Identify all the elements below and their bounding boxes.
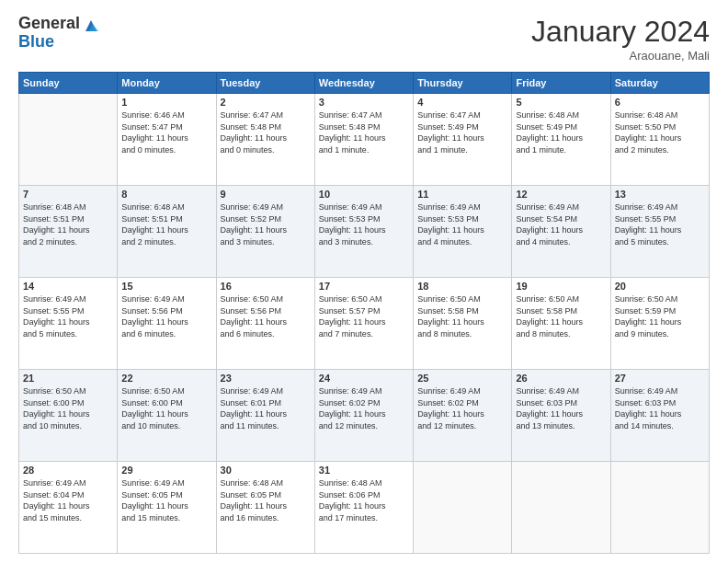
- day-number: 31: [319, 465, 409, 476]
- calendar-table: Sunday Monday Tuesday Wednesday Thursday…: [18, 72, 710, 554]
- day-number: 12: [516, 189, 606, 200]
- day-number: 20: [615, 281, 705, 292]
- calendar-week-row: 14Sunrise: 6:49 AM Sunset: 5:55 PM Dayli…: [19, 278, 710, 370]
- table-row: 31Sunrise: 6:48 AM Sunset: 6:06 PM Dayli…: [314, 462, 413, 554]
- day-info: Sunrise: 6:50 AM Sunset: 5:58 PM Dayligh…: [516, 293, 606, 339]
- day-info: Sunrise: 6:49 AM Sunset: 5:53 PM Dayligh…: [319, 201, 409, 247]
- day-info: Sunrise: 6:50 AM Sunset: 5:59 PM Dayligh…: [615, 293, 705, 339]
- col-tuesday: Tuesday: [216, 73, 314, 94]
- day-info: Sunrise: 6:50 AM Sunset: 5:58 PM Dayligh…: [417, 293, 507, 339]
- day-number: 24: [319, 373, 409, 384]
- day-info: Sunrise: 6:49 AM Sunset: 5:55 PM Dayligh…: [615, 201, 705, 247]
- table-row: 20Sunrise: 6:50 AM Sunset: 5:59 PM Dayli…: [610, 278, 709, 370]
- day-number: 15: [121, 281, 211, 292]
- calendar-week-row: 1Sunrise: 6:46 AM Sunset: 5:47 PM Daylig…: [19, 94, 710, 186]
- calendar-week-row: 7Sunrise: 6:48 AM Sunset: 5:51 PM Daylig…: [19, 186, 710, 278]
- day-info: Sunrise: 6:50 AM Sunset: 6:00 PM Dayligh…: [121, 385, 211, 431]
- day-info: Sunrise: 6:48 AM Sunset: 5:49 PM Dayligh…: [516, 109, 606, 155]
- logo-general-text: General: [18, 15, 80, 33]
- table-row: 14Sunrise: 6:49 AM Sunset: 5:55 PM Dayli…: [19, 278, 118, 370]
- table-row: 12Sunrise: 6:49 AM Sunset: 5:54 PM Dayli…: [512, 186, 610, 278]
- table-row: [414, 462, 512, 554]
- day-number: 13: [615, 189, 705, 200]
- day-number: 11: [417, 189, 507, 200]
- day-number: 27: [615, 373, 705, 384]
- table-row: 3Sunrise: 6:47 AM Sunset: 5:48 PM Daylig…: [314, 94, 413, 186]
- day-info: Sunrise: 6:50 AM Sunset: 6:00 PM Dayligh…: [23, 385, 113, 431]
- col-friday: Friday: [512, 73, 610, 94]
- table-row: 17Sunrise: 6:50 AM Sunset: 5:57 PM Dayli…: [314, 278, 413, 370]
- page: General Blue January 2024 Araouane, Mali…: [0, 0, 728, 563]
- day-number: 17: [319, 281, 409, 292]
- day-number: 1: [121, 97, 211, 108]
- day-info: Sunrise: 6:49 AM Sunset: 5:56 PM Dayligh…: [121, 293, 211, 339]
- table-row: 30Sunrise: 6:48 AM Sunset: 6:05 PM Dayli…: [216, 462, 314, 554]
- day-number: 4: [417, 97, 507, 108]
- table-row: [610, 462, 709, 554]
- day-info: Sunrise: 6:49 AM Sunset: 6:03 PM Dayligh…: [516, 385, 606, 431]
- day-info: Sunrise: 6:49 AM Sunset: 6:01 PM Dayligh…: [221, 385, 311, 431]
- table-row: 16Sunrise: 6:50 AM Sunset: 5:56 PM Dayli…: [216, 278, 314, 370]
- table-row: 27Sunrise: 6:49 AM Sunset: 6:03 PM Dayli…: [610, 370, 709, 462]
- day-info: Sunrise: 6:48 AM Sunset: 6:05 PM Dayligh…: [221, 477, 311, 523]
- day-info: Sunrise: 6:49 AM Sunset: 5:52 PM Dayligh…: [221, 201, 311, 247]
- day-number: 5: [516, 97, 606, 108]
- day-number: 29: [121, 465, 211, 476]
- day-number: 7: [23, 189, 113, 200]
- table-row: 1Sunrise: 6:46 AM Sunset: 5:47 PM Daylig…: [118, 94, 216, 186]
- table-row: [19, 94, 118, 186]
- day-number: 19: [516, 281, 606, 292]
- col-saturday: Saturday: [610, 73, 709, 94]
- col-monday: Monday: [118, 73, 216, 94]
- day-number: 25: [417, 373, 507, 384]
- day-number: 9: [221, 189, 311, 200]
- table-row: 6Sunrise: 6:48 AM Sunset: 5:50 PM Daylig…: [610, 94, 709, 186]
- day-number: 22: [121, 373, 211, 384]
- day-info: Sunrise: 6:49 AM Sunset: 6:03 PM Dayligh…: [615, 385, 705, 431]
- day-info: Sunrise: 6:47 AM Sunset: 5:49 PM Dayligh…: [417, 109, 507, 155]
- table-row: [512, 462, 610, 554]
- table-row: 23Sunrise: 6:49 AM Sunset: 6:01 PM Dayli…: [216, 370, 314, 462]
- day-info: Sunrise: 6:49 AM Sunset: 6:05 PM Dayligh…: [121, 477, 211, 523]
- logo-blue-text: Blue: [18, 33, 80, 52]
- day-info: Sunrise: 6:48 AM Sunset: 5:50 PM Dayligh…: [615, 109, 705, 155]
- day-info: Sunrise: 6:48 AM Sunset: 5:51 PM Dayligh…: [23, 201, 113, 247]
- day-info: Sunrise: 6:49 AM Sunset: 5:53 PM Dayligh…: [417, 201, 507, 247]
- calendar-week-row: 21Sunrise: 6:50 AM Sunset: 6:00 PM Dayli…: [19, 370, 710, 462]
- col-wednesday: Wednesday: [314, 73, 413, 94]
- day-info: Sunrise: 6:49 AM Sunset: 6:02 PM Dayligh…: [417, 385, 507, 431]
- day-number: 30: [221, 465, 311, 476]
- day-number: 8: [121, 189, 211, 200]
- day-number: 2: [221, 97, 311, 108]
- table-row: 29Sunrise: 6:49 AM Sunset: 6:05 PM Dayli…: [118, 462, 216, 554]
- day-number: 28: [23, 465, 113, 476]
- day-info: Sunrise: 6:49 AM Sunset: 5:54 PM Dayligh…: [516, 201, 606, 247]
- month-title: January 2024: [531, 15, 710, 49]
- table-row: 18Sunrise: 6:50 AM Sunset: 5:58 PM Dayli…: [414, 278, 512, 370]
- day-number: 14: [23, 281, 113, 292]
- day-info: Sunrise: 6:47 AM Sunset: 5:48 PM Dayligh…: [319, 109, 409, 155]
- header: General Blue January 2024 Araouane, Mali: [18, 15, 710, 63]
- day-info: Sunrise: 6:46 AM Sunset: 5:47 PM Dayligh…: [121, 109, 211, 155]
- table-row: 13Sunrise: 6:49 AM Sunset: 5:55 PM Dayli…: [610, 186, 709, 278]
- day-info: Sunrise: 6:47 AM Sunset: 5:48 PM Dayligh…: [221, 109, 311, 155]
- location: Araouane, Mali: [531, 49, 710, 63]
- table-row: 2Sunrise: 6:47 AM Sunset: 5:48 PM Daylig…: [216, 94, 314, 186]
- table-row: 21Sunrise: 6:50 AM Sunset: 6:00 PM Dayli…: [19, 370, 118, 462]
- day-number: 23: [221, 373, 311, 384]
- day-info: Sunrise: 6:49 AM Sunset: 6:02 PM Dayligh…: [319, 385, 409, 431]
- table-row: 19Sunrise: 6:50 AM Sunset: 5:58 PM Dayli…: [512, 278, 610, 370]
- table-row: 22Sunrise: 6:50 AM Sunset: 6:00 PM Dayli…: [118, 370, 216, 462]
- day-number: 3: [319, 97, 409, 108]
- day-info: Sunrise: 6:50 AM Sunset: 5:56 PM Dayligh…: [221, 293, 311, 339]
- table-row: 11Sunrise: 6:49 AM Sunset: 5:53 PM Dayli…: [414, 186, 512, 278]
- calendar-week-row: 28Sunrise: 6:49 AM Sunset: 6:04 PM Dayli…: [19, 462, 710, 554]
- col-thursday: Thursday: [414, 73, 512, 94]
- table-row: 10Sunrise: 6:49 AM Sunset: 5:53 PM Dayli…: [314, 186, 413, 278]
- col-sunday: Sunday: [19, 73, 118, 94]
- day-info: Sunrise: 6:50 AM Sunset: 5:57 PM Dayligh…: [319, 293, 409, 339]
- day-number: 6: [615, 97, 705, 108]
- table-row: 9Sunrise: 6:49 AM Sunset: 5:52 PM Daylig…: [216, 186, 314, 278]
- table-row: 24Sunrise: 6:49 AM Sunset: 6:02 PM Dayli…: [314, 370, 413, 462]
- day-number: 18: [417, 281, 507, 292]
